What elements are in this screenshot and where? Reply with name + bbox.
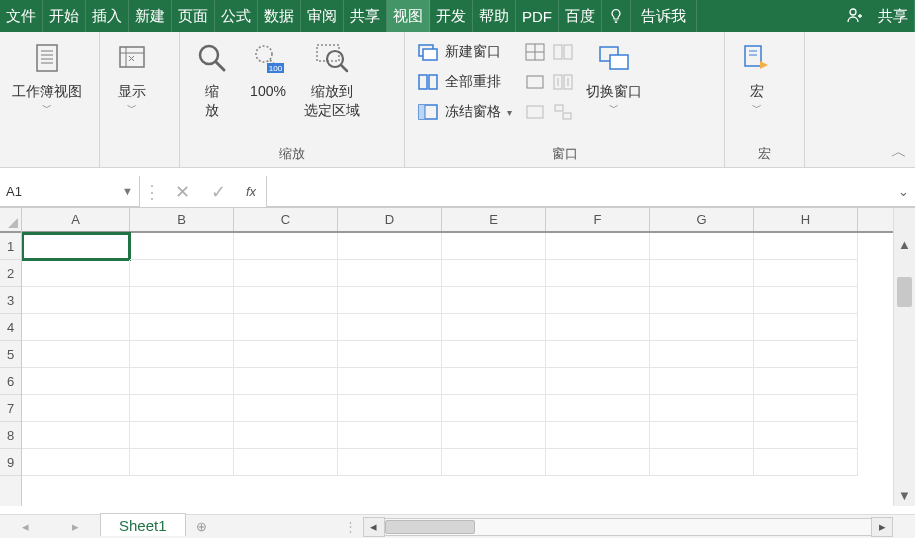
cell[interactable]: [650, 233, 754, 260]
cell[interactable]: [650, 449, 754, 476]
column-header[interactable]: H: [754, 208, 858, 231]
cell[interactable]: [130, 395, 234, 422]
cell[interactable]: [234, 314, 338, 341]
cell[interactable]: [546, 314, 650, 341]
cell[interactable]: [130, 233, 234, 260]
cell[interactable]: [650, 341, 754, 368]
row-header[interactable]: 3: [0, 287, 21, 314]
tab-home[interactable]: 开始: [43, 0, 86, 32]
cell[interactable]: [234, 260, 338, 287]
cell[interactable]: [22, 395, 130, 422]
vscroll-thumb[interactable]: [897, 277, 912, 307]
cell[interactable]: [754, 287, 858, 314]
arrange-all-button[interactable]: 全部重排: [411, 68, 518, 96]
cell[interactable]: [22, 260, 130, 287]
cell[interactable]: [650, 368, 754, 395]
row-header[interactable]: 4: [0, 314, 21, 341]
tab-review[interactable]: 审阅: [301, 0, 344, 32]
row-header[interactable]: 2: [0, 260, 21, 287]
macro-button[interactable]: 宏 ﹀: [729, 36, 785, 115]
splitter-grip-icon[interactable]: ⋮: [344, 519, 357, 534]
tab-formula[interactable]: 公式: [215, 0, 258, 32]
sheet-tab-1[interactable]: Sheet1: [100, 513, 186, 536]
tab-developer[interactable]: 开发: [430, 0, 473, 32]
vscroll-track[interactable]: [894, 255, 915, 484]
hscroll-thumb[interactable]: [385, 520, 475, 534]
cell[interactable]: [546, 233, 650, 260]
cell[interactable]: [754, 233, 858, 260]
unhide-button[interactable]: [522, 98, 548, 126]
scroll-left-button[interactable]: ◂: [363, 517, 385, 537]
cell[interactable]: [338, 341, 442, 368]
cell[interactable]: [754, 449, 858, 476]
zoom-to-selection-button[interactable]: 缩放到 选定区域: [296, 36, 368, 122]
cell[interactable]: [234, 233, 338, 260]
zoom-100-button[interactable]: 100 100%: [240, 36, 296, 103]
cell[interactable]: [338, 422, 442, 449]
freeze-panes-button[interactable]: 冻结窗格 ▾: [411, 98, 518, 126]
cell[interactable]: [338, 395, 442, 422]
cell[interactable]: [234, 395, 338, 422]
add-sheet-button[interactable]: ⊕: [186, 515, 218, 538]
cell[interactable]: [22, 341, 130, 368]
vertical-scrollbar[interactable]: ▲ ▼: [893, 208, 915, 506]
cell[interactable]: [650, 260, 754, 287]
cell[interactable]: [234, 449, 338, 476]
column-header[interactable]: A: [22, 208, 130, 231]
cell[interactable]: [442, 422, 546, 449]
column-header[interactable]: B: [130, 208, 234, 231]
cell[interactable]: [754, 395, 858, 422]
show-button[interactable]: 显示 ﹀: [104, 36, 160, 115]
cell[interactable]: [546, 449, 650, 476]
cell[interactable]: [442, 395, 546, 422]
cell[interactable]: [22, 368, 130, 395]
cell[interactable]: [338, 314, 442, 341]
cell[interactable]: [754, 341, 858, 368]
tab-data[interactable]: 数据: [258, 0, 301, 32]
split-button[interactable]: [522, 38, 548, 66]
cell[interactable]: [546, 368, 650, 395]
cell[interactable]: [130, 422, 234, 449]
sheet-nav-first[interactable]: ◂: [22, 519, 29, 534]
name-box[interactable]: A1 ▼: [0, 176, 140, 207]
collapse-ribbon-button[interactable]: ︿: [891, 142, 907, 163]
hide-button[interactable]: [522, 68, 548, 96]
cell[interactable]: [338, 260, 442, 287]
tab-help[interactable]: 帮助: [473, 0, 516, 32]
cell[interactable]: [130, 314, 234, 341]
zoom-button[interactable]: 缩 放: [184, 36, 240, 122]
cell[interactable]: [22, 287, 130, 314]
column-header[interactable]: D: [338, 208, 442, 231]
row-header[interactable]: 7: [0, 395, 21, 422]
cell[interactable]: [234, 341, 338, 368]
column-header[interactable]: C: [234, 208, 338, 231]
switch-windows-button[interactable]: 切换窗口 ﹀: [578, 36, 650, 115]
cell[interactable]: [22, 314, 130, 341]
sync-scrolling-button[interactable]: [550, 68, 576, 96]
scroll-down-button[interactable]: ▼: [894, 484, 915, 506]
cell[interactable]: [234, 287, 338, 314]
cell[interactable]: [546, 287, 650, 314]
fx-icon[interactable]: fx: [236, 176, 266, 207]
cell[interactable]: [234, 422, 338, 449]
row-header[interactable]: 9: [0, 449, 21, 476]
tab-file[interactable]: 文件: [0, 0, 43, 32]
cell[interactable]: [546, 260, 650, 287]
cell[interactable]: [442, 341, 546, 368]
enter-formula-button[interactable]: ✓: [200, 176, 236, 207]
cell[interactable]: [338, 368, 442, 395]
row-header[interactable]: 5: [0, 341, 21, 368]
cell[interactable]: [442, 449, 546, 476]
view-side-by-side-button[interactable]: [550, 38, 576, 66]
name-box-caret-icon[interactable]: ▼: [122, 185, 133, 197]
reset-window-button[interactable]: [550, 98, 576, 126]
column-header[interactable]: G: [650, 208, 754, 231]
tab-view[interactable]: 视图: [387, 0, 430, 32]
row-header[interactable]: 6: [0, 368, 21, 395]
column-header[interactable]: E: [442, 208, 546, 231]
tab-pdf[interactable]: PDF: [516, 0, 559, 32]
cell[interactable]: [442, 368, 546, 395]
cell[interactable]: [130, 368, 234, 395]
cell[interactable]: [338, 287, 442, 314]
tellme-lightbulb[interactable]: [602, 0, 631, 32]
